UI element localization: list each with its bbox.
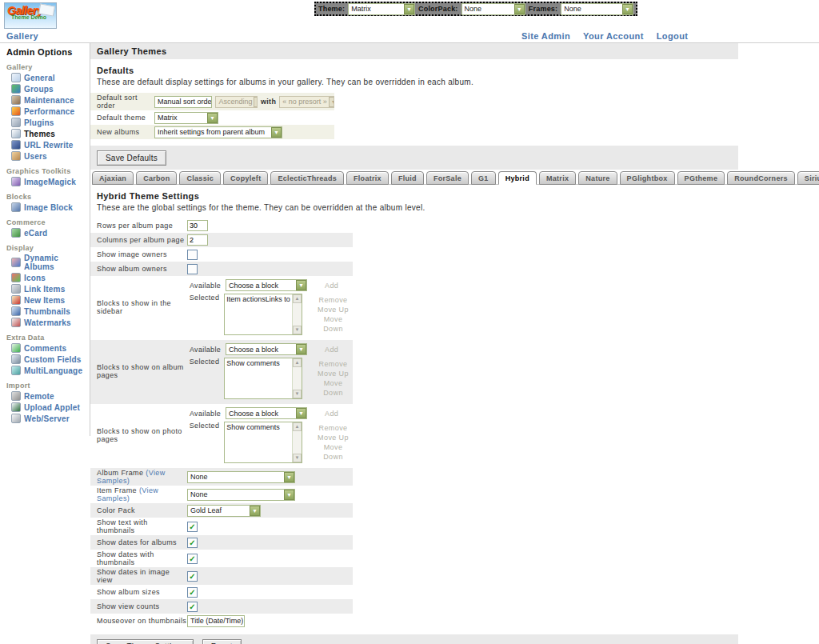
sidebar-item-custom-fields[interactable]: Custom Fields	[11, 354, 90, 364]
blocks-photo-listbox[interactable]: Show comments ▲ ▼	[224, 422, 302, 463]
frames-select[interactable]: None ▾	[561, 3, 633, 15]
colorpack-select[interactable]: None ▾	[461, 3, 525, 15]
show-text-thumbs-checkbox[interactable]: ✓	[187, 522, 198, 532]
sidebar-item-new-items[interactable]: New Items	[11, 295, 90, 305]
sidebar-item-performance[interactable]: Performance	[11, 106, 90, 116]
move-down-link[interactable]: Move Down	[323, 315, 343, 333]
tab-matrix[interactable]: Matrix	[539, 171, 576, 185]
scroll-down-icon[interactable]: ▼	[293, 326, 302, 334]
sidebar-item-image-block[interactable]: Image Block	[11, 202, 90, 212]
sidebar-item-web-server[interactable]: Web/Server	[11, 414, 90, 423]
show-dates-image-checkbox[interactable]: ✓	[187, 571, 198, 582]
blocks-sidebar-listbox[interactable]: Item actionsLinks to album/photo peersIm…	[224, 294, 302, 335]
sidebar-item-imagemagick[interactable]: ImageMagick	[11, 177, 90, 186]
blocks-photo-available-select[interactable]: Choose a block ▾	[226, 407, 307, 419]
tab-siriux[interactable]: Siriux	[797, 171, 819, 185]
tab-ajaxian[interactable]: Ajaxian	[92, 171, 134, 185]
blocks-sidebar-add-link[interactable]: Add	[325, 282, 338, 290]
tab-fluid[interactable]: Fluid	[391, 171, 424, 185]
sidebar-item-watermarks[interactable]: Watermarks	[11, 318, 90, 327]
sidebar-item-general[interactable]: General	[11, 73, 90, 82]
listbox-option[interactable]: Show comments	[226, 359, 280, 367]
tab-copyleft[interactable]: Copyleft	[223, 171, 268, 185]
sidebar-item-thumbnails[interactable]: Thumbnails	[11, 306, 90, 316]
listbox-option[interactable]: Show comments	[226, 423, 280, 431]
sidebar-item-multilanguage[interactable]: MultiLanguage	[11, 366, 90, 375]
default-theme-select[interactable]: Matrix ▾	[154, 112, 218, 124]
album-frame-select[interactable]: None ▾	[187, 471, 295, 483]
remove-link[interactable]: Remove	[319, 360, 348, 368]
sidebar-item-label: Upload Applet	[24, 403, 80, 412]
move-down-link[interactable]: Move Down	[323, 443, 343, 461]
sidebar-item-icons[interactable]: Icons	[11, 273, 90, 282]
sidebar-item-upload-applet[interactable]: Upload Applet	[11, 402, 90, 412]
move-up-link[interactable]: Move Up	[318, 306, 349, 314]
scroll-up-icon[interactable]: ▲	[293, 358, 302, 367]
blocks-photo-add-link[interactable]: Add	[325, 410, 338, 418]
sidebar-item-plugins[interactable]: Plugins	[11, 118, 90, 127]
move-up-link[interactable]: Move Up	[318, 370, 349, 378]
blocks-album-available-select[interactable]: Choose a block ▾	[226, 343, 307, 355]
site-admin-link[interactable]: Site Admin	[521, 31, 570, 41]
sidebar-item-dynamic-albums[interactable]: Dynamic Albums	[11, 254, 90, 271]
your-account-link[interactable]: Your Account	[583, 31, 644, 41]
scroll-down-icon[interactable]: ▼	[293, 390, 302, 398]
breadcrumb[interactable]: Gallery	[6, 31, 38, 41]
listbox-option[interactable]: Item actions	[226, 295, 266, 303]
tab-forsale[interactable]: ForSale	[426, 171, 469, 185]
tab-classic[interactable]: Classic	[179, 171, 221, 185]
tab-carbon[interactable]: Carbon	[136, 171, 177, 185]
remove-link[interactable]: Remove	[319, 424, 348, 432]
rows-per-page-input[interactable]	[187, 220, 208, 231]
tab-pglightbox[interactable]: PGlightbox	[620, 171, 675, 185]
color-pack-select[interactable]: Gold Leaf ▾	[187, 505, 261, 517]
sidebar-item-maintenance[interactable]: Maintenance	[11, 95, 90, 105]
show-image-owners-checkbox[interactable]	[187, 250, 198, 260]
plugins-icon	[11, 118, 21, 127]
sidebar-item-users[interactable]: Users	[11, 151, 90, 161]
scroll-up-icon[interactable]: ▲	[293, 422, 302, 431]
scroll-up-icon[interactable]: ▲	[293, 294, 302, 303]
scroll-down-icon[interactable]: ▼	[293, 454, 302, 462]
item-frame-select[interactable]: None ▾	[187, 489, 295, 501]
show-album-sizes-checkbox[interactable]: ✓	[187, 587, 198, 598]
save-defaults-button[interactable]: Save Defaults	[97, 150, 166, 166]
listbox-scrollbar[interactable]: ▲ ▼	[292, 422, 302, 462]
tab-g1[interactable]: G1	[471, 171, 496, 185]
listbox-scrollbar[interactable]: ▲ ▼	[292, 358, 302, 398]
move-up-link[interactable]: Move Up	[318, 434, 349, 442]
sidebar-item-remote[interactable]: Remote	[11, 391, 90, 401]
sidebar-item-comments[interactable]: Comments	[11, 343, 90, 353]
tab-nature[interactable]: Nature	[578, 171, 617, 185]
tab-hybrid[interactable]: Hybrid	[498, 171, 537, 185]
listbox-option[interactable]: Links to album/photo peers	[266, 295, 292, 303]
sidebar-item-themes[interactable]: Themes	[11, 129, 90, 138]
show-dates-thumbs-checkbox[interactable]: ✓	[187, 554, 198, 564]
default-sort-order-select[interactable]: Manual sort order ▾	[154, 96, 212, 108]
blocks-photo-actions: Remove Move Up Move Down	[314, 423, 353, 462]
mouseover-select[interactable]: Title (Date/Time) ▾	[187, 615, 245, 627]
blocks-sidebar-available-select[interactable]: Choose a block ▾	[226, 279, 307, 291]
show-dates-albums-checkbox[interactable]: ✓	[187, 538, 198, 548]
reset-button[interactable]: Reset	[202, 639, 242, 644]
sidebar-item-groups[interactable]: Groups	[11, 84, 90, 94]
cols-per-page-input[interactable]	[187, 234, 208, 246]
remove-link[interactable]: Remove	[319, 296, 348, 304]
new-albums-select[interactable]: Inherit settings from parent album ▾	[154, 126, 282, 138]
logout-link[interactable]: Logout	[657, 31, 689, 41]
tab-floatrix[interactable]: Floatrix	[346, 171, 389, 185]
blocks-album-add-link[interactable]: Add	[325, 346, 338, 354]
show-album-owners-checkbox[interactable]	[187, 264, 198, 274]
sidebar-item-url-rewrite[interactable]: URL Rewrite	[11, 140, 90, 150]
blocks-album-listbox[interactable]: Show comments ▲ ▼	[224, 358, 302, 399]
sidebar-item-link-items[interactable]: Link Items	[11, 284, 90, 294]
theme-select[interactable]: Matrix ▾	[348, 3, 415, 15]
sidebar-item-ecard[interactable]: eCard	[11, 228, 90, 238]
tab-roundcorners[interactable]: RoundCorners	[727, 171, 795, 185]
save-theme-settings-button[interactable]: Save Theme Settings	[97, 639, 194, 644]
move-down-link[interactable]: Move Down	[323, 379, 343, 397]
tab-eclecticthreads[interactable]: EclecticThreads	[270, 171, 344, 185]
listbox-scrollbar[interactable]: ▲ ▼	[292, 294, 302, 334]
show-view-counts-checkbox[interactable]: ✓	[187, 602, 198, 612]
tab-pgtheme[interactable]: PGtheme	[677, 171, 725, 185]
